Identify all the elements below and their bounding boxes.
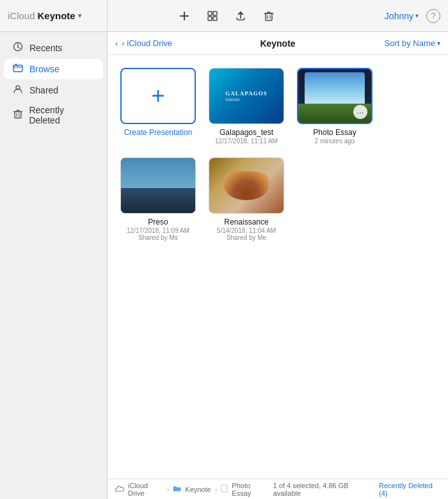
sidebar-item-label: Recents [29, 43, 62, 53]
sidebar-item-label: Shared [29, 85, 58, 95]
status-info: 1 of 4 selected, 4.86 GB available [273, 482, 374, 497]
keynote-text: Keynote [38, 10, 76, 21]
back-label: ‹ iCloud Drive [122, 38, 172, 48]
create-plus-icon: + [151, 84, 164, 107]
preso-thumb[interactable] [120, 157, 196, 214]
add-button[interactable] [174, 6, 195, 26]
status-cloud-drive-label: iCloud Drive [128, 482, 163, 497]
renaissance-label: Renaissance [224, 218, 268, 226]
browse-icon [12, 63, 24, 75]
create-presentation-item[interactable]: + Create Presentation [120, 68, 196, 145]
user-name-button[interactable]: Johnny ▾ [385, 11, 419, 21]
back-button[interactable]: ‹ ‹ iCloud Drive [115, 38, 172, 48]
trash-icon [12, 109, 24, 122]
svg-rect-16 [15, 112, 21, 118]
preso-label: Preso [148, 218, 168, 226]
page-title: Keynote [260, 38, 295, 49]
renaissance-thumb[interactable] [209, 157, 284, 214]
sidebar-item-recently-deleted[interactable]: Recently Deleted [4, 101, 103, 129]
sidebar-item-recents[interactable]: Recents [4, 38, 103, 58]
file-item-photo-essay[interactable]: ··· Photo Essay 2 minutes ago [297, 68, 372, 145]
breadcrumb-bar: ‹ ‹ iCloud Drive Keynote Sort by Name ▾ [108, 32, 448, 55]
photo-essay-label: Photo Essay [313, 128, 356, 137]
photo-essay-thumb[interactable]: ··· [297, 68, 372, 124]
file-item-renaissance[interactable]: Renaissance 5/14/2018, 11:04 AM Shared b… [209, 157, 284, 241]
status-file-icon [221, 484, 228, 494]
back-chevron: ‹ [115, 38, 118, 48]
status-bar: iCloud Drive › Keynote › Photo Essay 1 o… [108, 479, 448, 499]
svg-rect-5 [213, 17, 217, 20]
top-bar: iCloud Keynote ▾ [0, 0, 448, 32]
icloud-text: iCloud [8, 10, 35, 21]
svg-rect-4 [208, 17, 212, 20]
photo-essay-date: 2 minutes ago [315, 138, 355, 145]
delete-button[interactable] [259, 6, 279, 26]
status-breadcrumb: iCloud Drive › Keynote › Photo Essay [115, 482, 268, 497]
create-label: Create Presentation [124, 128, 193, 137]
content-area: ‹ ‹ iCloud Drive Keynote Sort by Name ▾ … [108, 32, 448, 499]
create-thumb[interactable]: + [120, 68, 196, 124]
app-title[interactable]: iCloud Keynote ▾ [0, 0, 108, 31]
galapagos-date: 12/17/2018, 11:11 AM [215, 138, 278, 145]
toolbar-center [108, 6, 346, 26]
recently-deleted-link[interactable]: Recently Deleted (4) [379, 482, 440, 497]
toolbar-right: Johnny ▾ ? [346, 9, 448, 23]
galapagos-thumb[interactable]: Galapagos Islands [209, 68, 284, 124]
files-grid: + Create Presentation Galapagos Islands … [108, 55, 448, 479]
sidebar-item-label: Browse [29, 64, 60, 74]
svg-rect-2 [208, 12, 212, 15]
shared-icon [12, 84, 24, 97]
cloud-drive-icon [115, 485, 124, 494]
svg-rect-21 [221, 485, 227, 492]
sort-button[interactable]: Sort by Name ▾ [385, 38, 440, 48]
app-title-chevron: ▾ [78, 12, 81, 19]
status-photo-essay-label: Photo Essay [232, 482, 268, 497]
recents-icon [12, 42, 24, 54]
browse-view-button[interactable] [202, 6, 223, 26]
status-folder-icon [173, 485, 181, 493]
main-layout: Recents Browse Shared [0, 32, 448, 499]
renaissance-date: 5/14/2018, 11:04 AM [217, 227, 276, 234]
status-keynote-label: Keynote [185, 486, 211, 493]
more-options-button[interactable]: ··· [353, 105, 367, 119]
sidebar-item-browse[interactable]: Browse [4, 59, 103, 79]
svg-rect-6 [266, 13, 272, 20]
preso-shared: Shared by Ms [138, 234, 178, 241]
svg-rect-3 [213, 12, 217, 15]
upload-button[interactable] [230, 6, 251, 26]
svg-line-13 [18, 47, 20, 49]
preso-date: 12/17/2018, 11:09 AM [127, 227, 189, 234]
file-item-galapagos[interactable]: Galapagos Islands Galapagos_test 12/17/2… [209, 68, 284, 145]
file-item-preso[interactable]: Preso 12/17/2018, 11:09 AM Shared by Ms [120, 157, 196, 241]
sidebar-item-label: Recently Deleted [29, 105, 95, 125]
help-button[interactable]: ? [426, 9, 440, 23]
sidebar: Recents Browse Shared [0, 32, 108, 499]
galapagos-label: Galapagos_test [220, 128, 273, 137]
renaissance-shared: Shared by Me [227, 234, 266, 241]
sidebar-item-shared[interactable]: Shared [4, 80, 103, 100]
